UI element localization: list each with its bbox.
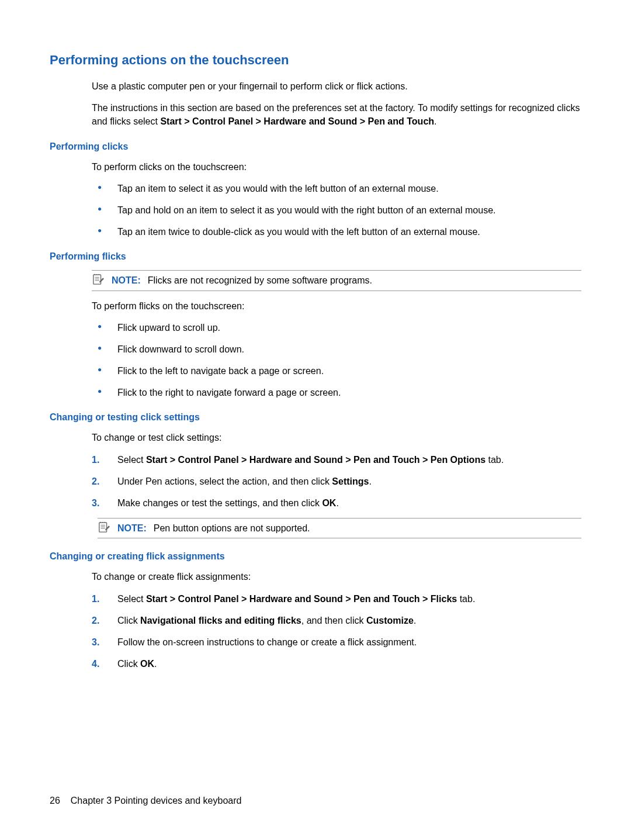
heading-main: Performing actions on the touchscreen [50, 53, 581, 68]
text: . [369, 476, 371, 486]
bold-text: OK [322, 498, 336, 508]
note-icon [98, 521, 110, 533]
chapter-label: Chapter 3 Pointing devices and keyboard [71, 796, 242, 806]
bold-text: Settings [332, 476, 369, 486]
lead-text: To change or create flick assignments: [92, 570, 581, 583]
list-item: Under Pen actions, select the action, an… [92, 475, 581, 488]
note-text: Pen button options are not supported. [154, 523, 310, 533]
text: . [434, 116, 436, 126]
page-footer: 26Chapter 3 Pointing devices and keyboar… [50, 796, 241, 806]
page-number: 26 [50, 796, 60, 806]
heading-flick-assignments: Changing or creating flick assignments [50, 551, 581, 562]
note-text: Flicks are not recognized by some softwa… [148, 275, 372, 285]
text: Make changes or test the settings, and t… [117, 498, 322, 508]
note-label: NOTE: [117, 523, 147, 533]
list-item: Flick upward to scroll up. [92, 321, 581, 334]
list-item: Click Navigational flicks and editing fl… [92, 614, 581, 627]
list-item: Tap and hold on an item to select it as … [92, 203, 581, 217]
list-item: Tap an item to select it as you would wi… [92, 182, 581, 195]
lead-text: To perform clicks on the touchscreen: [92, 160, 581, 174]
svg-rect-0 [93, 275, 101, 284]
ordered-list: Select Start > Control Panel > Hardware … [92, 453, 581, 510]
heading-click-settings: Changing or testing click settings [50, 412, 581, 423]
bold-text: OK [140, 659, 154, 669]
nav-path-bold: Start > Control Panel > Hardware and Sou… [160, 116, 434, 126]
bold-text: Customize [366, 616, 414, 625]
text: Click [117, 659, 140, 669]
bullet-list: Tap an item to select it as you would wi… [92, 182, 581, 239]
list-item: Select Start > Control Panel > Hardware … [92, 592, 581, 606]
list-item: Follow the on-screen instructions to cha… [92, 635, 581, 649]
list-item: Click OK. [92, 657, 581, 670]
intro-paragraph-1: Use a plastic computer pen or your finge… [92, 79, 581, 93]
text: . [414, 616, 416, 625]
clicks-block: To perform clicks on the touchscreen: Ta… [92, 160, 581, 239]
text: Select [117, 594, 146, 604]
text: tab. [457, 594, 475, 604]
lead-text: To perform flicks on the touchscreen: [92, 299, 581, 313]
list-item: Flick to the right to navigate forward a… [92, 386, 581, 399]
note-icon [92, 274, 105, 285]
list-item: Flick downward to scroll down. [92, 343, 581, 356]
list-item: Make changes or test the settings, and t… [92, 496, 581, 510]
nav-path-bold: Start > Control Panel > Hardware and Sou… [146, 455, 486, 465]
text: Under Pen actions, select the action, an… [117, 476, 332, 486]
flicks-block: NOTE:Flicks are not recognized by some s… [92, 270, 581, 399]
note-callout: NOTE:Flicks are not recognized by some s… [92, 270, 581, 291]
text: . [154, 659, 157, 669]
bold-text: Navigational flicks and editing flicks [140, 616, 301, 625]
intro-block: Use a plastic computer pen or your finge… [92, 79, 581, 129]
intro-paragraph-2: The instructions in this section are bas… [92, 101, 581, 128]
note-callout: NOTE:Pen button options are not supporte… [98, 518, 581, 538]
nav-path-bold: Start > Control Panel > Hardware and Sou… [146, 594, 457, 604]
text: tab. [486, 455, 504, 465]
text: Select [117, 455, 146, 465]
heading-performing-flicks: Performing flicks [50, 251, 581, 262]
svg-rect-4 [99, 523, 107, 532]
document-page: Performing actions on the touchscreen Us… [0, 0, 631, 840]
lead-text: To change or test click settings: [92, 431, 581, 444]
heading-performing-clicks: Performing clicks [50, 141, 581, 152]
flick-assignments-block: To change or create flick assignments: S… [92, 570, 581, 670]
list-item: Select Start > Control Panel > Hardware … [92, 453, 581, 466]
text: Click [117, 616, 140, 625]
note-label: NOTE: [112, 275, 141, 285]
ordered-list: Select Start > Control Panel > Hardware … [92, 592, 581, 671]
text: , and then click [301, 616, 366, 625]
list-item: Tap an item twice to double-click as you… [92, 225, 581, 238]
list-item: Flick to the left to navigate back a pag… [92, 364, 581, 378]
bullet-list: Flick upward to scroll up. Flick downwar… [92, 321, 581, 400]
click-settings-block: To change or test click settings: Select… [92, 431, 581, 538]
text: . [336, 498, 338, 508]
